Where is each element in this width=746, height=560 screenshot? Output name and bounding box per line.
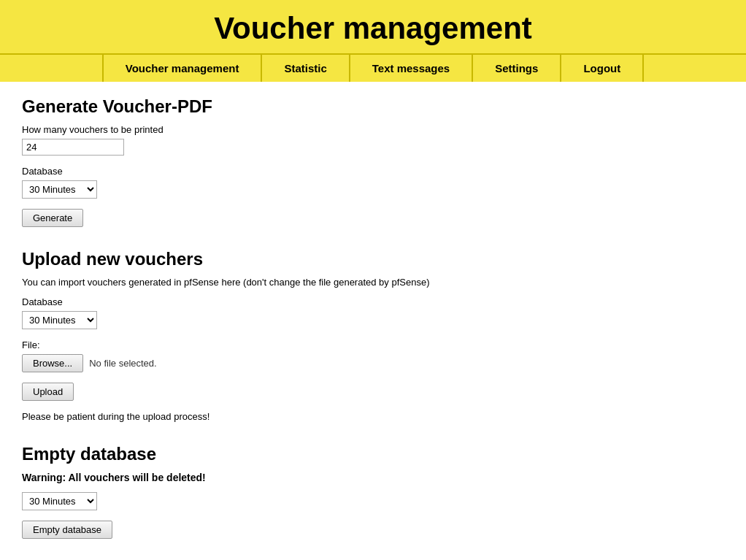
file-field: File: Browse... No file selected.: [22, 340, 724, 372]
file-input-wrapper: Browse... No file selected.: [22, 354, 724, 372]
upload-button-row: Upload: [22, 383, 724, 401]
voucher-count-field: How many vouchers to be printed: [22, 124, 724, 156]
browse-button[interactable]: Browse...: [22, 354, 83, 372]
upload-database-label: Database: [22, 296, 724, 307]
patience-text: Please be patient during the upload proc…: [22, 411, 724, 422]
no-file-text: No file selected.: [89, 358, 157, 369]
upload-section-desc: You can import vouchers generated in pfS…: [22, 277, 724, 288]
page-title: Voucher management: [0, 11, 746, 46]
generate-database-label: Database: [22, 166, 724, 177]
nav-item-statistic[interactable]: Statistic: [261, 55, 348, 82]
generate-database-field: Database 30 Minutes 60 Minutes 120 Minut…: [22, 166, 724, 199]
nav-item-settings[interactable]: Settings: [472, 55, 560, 82]
main-content: Generate Voucher-PDF How many vouchers t…: [0, 82, 746, 560]
upload-database-field: Database 30 Minutes 60 Minutes 120 Minut…: [22, 296, 724, 329]
generate-section-title: Generate Voucher-PDF: [22, 96, 724, 117]
upload-database-select[interactable]: 30 Minutes 60 Minutes 120 Minutes 1 Day: [22, 311, 97, 329]
main-nav: Voucher management Statistic Text messag…: [0, 53, 746, 82]
empty-section: Empty database Warning: All vouchers wil…: [22, 444, 724, 539]
nav-item-logout[interactable]: Logout: [560, 55, 644, 82]
nav-item-text-messages[interactable]: Text messages: [349, 55, 472, 82]
upload-section-title: Upload new vouchers: [22, 249, 724, 269]
file-label: File:: [22, 340, 724, 350]
upload-button[interactable]: Upload: [22, 383, 74, 401]
empty-database-field: 30 Minutes 60 Minutes 120 Minutes 1 Day: [22, 492, 724, 510]
header: Voucher management Voucher management St…: [0, 0, 746, 82]
generate-database-select[interactable]: 30 Minutes 60 Minutes 120 Minutes 1 Day: [22, 180, 97, 199]
nav-item-voucher-management[interactable]: Voucher management: [102, 55, 261, 82]
empty-section-title: Empty database: [22, 444, 724, 464]
generate-button[interactable]: Generate: [22, 209, 83, 227]
generate-section: Generate Voucher-PDF How many vouchers t…: [22, 96, 724, 227]
empty-database-button[interactable]: Empty database: [22, 521, 112, 539]
empty-database-select[interactable]: 30 Minutes 60 Minutes 120 Minutes 1 Day: [22, 492, 97, 510]
voucher-count-label: How many vouchers to be printed: [22, 124, 724, 135]
warning-text: Warning: All vouchers will be deleted!: [22, 472, 724, 483]
upload-section: Upload new vouchers You can import vouch…: [22, 249, 724, 422]
voucher-count-input[interactable]: [22, 139, 124, 156]
